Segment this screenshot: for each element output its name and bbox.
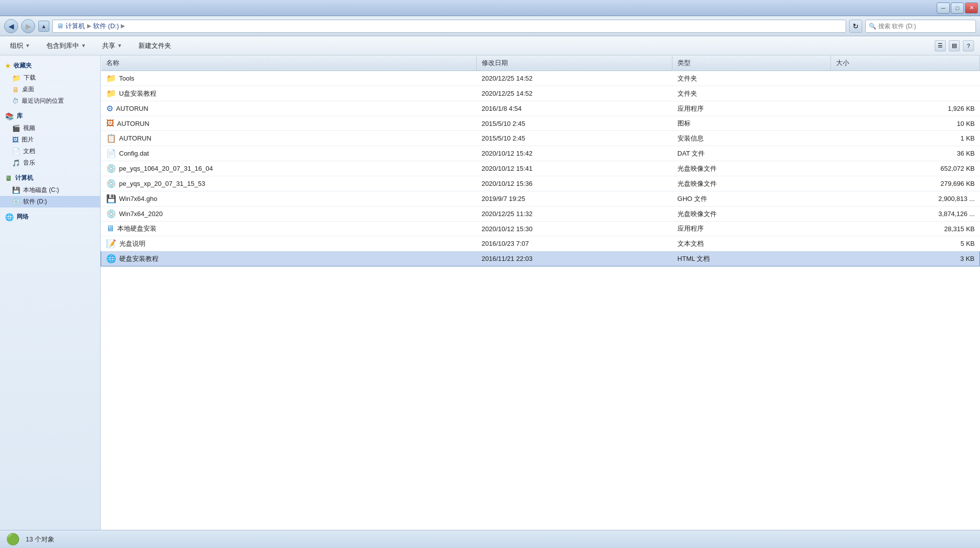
txt-icon: 📝 xyxy=(106,239,116,248)
table-row[interactable]: 💿 pe_yqs_xp_20_07_31_15_53 2020/10/12 15… xyxy=(101,176,980,191)
refresh-button[interactable]: ↻ xyxy=(849,20,862,33)
sidebar-drive-d-label: 软件 (D:) xyxy=(23,197,47,206)
sidebar-network-header[interactable]: 🌐 网络 xyxy=(0,211,100,223)
sidebar-item-download[interactable]: 📁 下载 xyxy=(0,72,100,84)
dat-icon: 📄 xyxy=(106,149,116,158)
folder-icon: 📁 xyxy=(106,74,116,83)
table-row[interactable]: 📄 Config.dat 2020/10/12 15:42 DAT 文件 36 … xyxy=(101,146,980,161)
file-size-cell: 3,874,126 ... xyxy=(831,207,979,222)
col-name[interactable]: 名称 xyxy=(101,55,477,71)
gho-icon: 💾 xyxy=(106,194,116,203)
statusbar: 🟢 13 个对象 xyxy=(0,530,980,548)
col-size[interactable]: 大小 xyxy=(831,55,979,71)
maximize-button[interactable]: □ xyxy=(951,3,964,14)
file-table: 名称 修改日期 类型 大小 📁 Tools 2020/12/25 14:52 文… xyxy=(101,55,980,266)
sidebar-item-music[interactable]: 🎵 音乐 xyxy=(0,157,100,169)
file-size-cell xyxy=(831,71,979,86)
app-icon: ⚙ xyxy=(106,104,113,113)
up-button[interactable]: ▲ xyxy=(38,21,49,32)
share-button[interactable]: 共享 ▼ xyxy=(98,39,126,52)
file-icon: ⚙ AUTORUN xyxy=(106,104,148,113)
file-modified-cell: 2016/10/23 7:07 xyxy=(477,236,672,251)
table-row[interactable]: 📁 U盘安装教程 2020/12/25 14:52 文件夹 xyxy=(101,86,980,101)
breadcrumb-sep1: ▶ xyxy=(87,23,91,29)
file-size-cell: 36 KB xyxy=(831,146,979,161)
folder-icon: 📁 xyxy=(106,89,116,98)
breadcrumb-computer[interactable]: 计算机 xyxy=(65,22,85,31)
file-type-cell: HTML 文档 xyxy=(672,251,831,266)
new-folder-button[interactable]: 新建文件夹 xyxy=(134,39,175,52)
main-area: ★ 收藏夹 📁 下载 🖥 桌面 ⏱ 最近访问的位置 📚 库 � xyxy=(0,55,980,530)
sidebar-network-section: 🌐 网络 xyxy=(0,211,100,223)
file-modified-cell: 2015/5/10 2:45 xyxy=(477,116,672,131)
sidebar-computer-section: 🖥 计算机 💾 本地磁盘 (C:) 💿 软件 (D:) xyxy=(0,172,100,208)
share-arrow: ▼ xyxy=(117,43,122,48)
sidebar-item-drive-c[interactable]: 💾 本地磁盘 (C:) xyxy=(0,184,100,196)
sidebar-item-desktop[interactable]: 🖥 桌面 xyxy=(0,84,100,95)
file-modified-cell: 2020/10/12 15:41 xyxy=(477,161,672,176)
organize-label: 组织 xyxy=(10,41,23,50)
col-modified[interactable]: 修改日期 xyxy=(477,55,672,71)
sidebar-favorites-section: ★ 收藏夹 📁 下载 🖥 桌面 ⏱ 最近访问的位置 xyxy=(0,59,100,107)
recent-icon: ⏱ xyxy=(12,97,19,105)
file-name-label: Tools xyxy=(119,75,134,82)
file-modified-cell: 2020/12/25 11:32 xyxy=(477,207,672,222)
table-row[interactable]: 💿 Win7x64_2020 2020/12/25 11:32 光盘映像文件 3… xyxy=(101,207,980,222)
sidebar-favorites-label: 收藏夹 xyxy=(14,61,32,70)
sidebar-item-image[interactable]: 🖼 图片 xyxy=(0,134,100,146)
file-name-cell: 📁 Tools xyxy=(101,71,477,86)
search-bar[interactable]: 🔍 xyxy=(865,20,976,33)
video-icon: 🎬 xyxy=(12,124,20,132)
sidebar-music-label: 音乐 xyxy=(23,159,35,167)
table-row[interactable]: 🖥 本地硬盘安装 2020/10/12 15:30 应用程序 28,315 KB xyxy=(101,222,980,236)
back-button[interactable]: ◀ xyxy=(4,19,18,33)
sidebar-item-drive-d[interactable]: 💿 软件 (D:) xyxy=(0,196,100,208)
include-library-button[interactable]: 包含到库中 ▼ xyxy=(42,39,90,52)
col-type[interactable]: 类型 xyxy=(672,55,831,71)
sidebar-library-label: 库 xyxy=(17,112,23,120)
sidebar-drive-c-label: 本地磁盘 (C:) xyxy=(23,186,59,194)
file-type-cell: DAT 文件 xyxy=(672,146,831,161)
file-icon: 💿 pe_yqs_1064_20_07_31_16_04 xyxy=(106,164,213,173)
file-name-label: Win7x64_2020 xyxy=(119,210,163,218)
file-modified-cell: 2019/9/7 19:25 xyxy=(477,191,672,207)
file-name-label: 光盘说明 xyxy=(119,239,145,248)
sidebar-desktop-label: 桌面 xyxy=(22,85,34,94)
table-row[interactable]: 📝 光盘说明 2016/10/23 7:07 文本文档 5 KB xyxy=(101,236,980,251)
table-row[interactable]: ⚙ AUTORUN 2016/1/8 4:54 应用程序 1,926 KB xyxy=(101,101,980,116)
table-row[interactable]: 📋 AUTORUN 2015/5/10 2:45 安装信息 1 KB xyxy=(101,131,980,146)
search-input[interactable] xyxy=(878,23,972,30)
file-size-cell xyxy=(831,86,979,101)
table-row[interactable]: 📁 Tools 2020/12/25 14:52 文件夹 xyxy=(101,71,980,86)
minimize-button[interactable]: ─ xyxy=(937,3,950,14)
file-name-label: Win7x64.gho xyxy=(119,195,158,202)
sidebar-item-document[interactable]: 📄 文档 xyxy=(0,146,100,157)
file-size-cell: 279,696 KB xyxy=(831,176,979,191)
breadcrumb-icon: 🖥 xyxy=(57,22,63,30)
file-name-cell: 🖼 AUTORUN xyxy=(101,116,477,131)
sidebar-item-recent[interactable]: ⏱ 最近访问的位置 xyxy=(0,95,100,107)
file-modified-cell: 2020/12/25 14:52 xyxy=(477,86,672,101)
folder-desktop-icon: 🖥 xyxy=(12,86,19,94)
file-name-cell: 📝 光盘说明 xyxy=(101,236,477,251)
setup-icon: 📋 xyxy=(106,133,116,143)
file-type-cell: 光盘映像文件 xyxy=(672,207,831,222)
network-icon: 🌐 xyxy=(5,213,14,221)
organize-button[interactable]: 组织 ▼ xyxy=(6,39,34,52)
table-row[interactable]: 🌐 硬盘安装教程 2016/11/21 22:03 HTML 文档 3 KB xyxy=(101,251,980,266)
forward-button[interactable]: ▶ xyxy=(21,19,35,33)
view-details-button[interactable]: ▤ xyxy=(949,40,960,51)
table-row[interactable]: 💾 Win7x64.gho 2019/9/7 19:25 GHO 文件 2,90… xyxy=(101,191,980,207)
sidebar-item-video[interactable]: 🎬 视频 xyxy=(0,122,100,134)
file-type-cell: 图标 xyxy=(672,116,831,131)
table-row[interactable]: 🖼 AUTORUN 2015/5/10 2:45 图标 10 KB xyxy=(101,116,980,131)
close-button[interactable]: ✕ xyxy=(965,3,978,14)
organize-arrow: ▼ xyxy=(25,43,30,48)
sidebar-favorites-header[interactable]: ★ 收藏夹 xyxy=(0,59,100,72)
sidebar-computer-header[interactable]: 🖥 计算机 xyxy=(0,172,100,184)
file-type-cell: 文件夹 xyxy=(672,86,831,101)
help-button[interactable]: ? xyxy=(963,40,974,51)
view-toggle-button[interactable]: ☰ xyxy=(935,40,946,51)
sidebar-library-header[interactable]: 📚 库 xyxy=(0,110,100,122)
table-row[interactable]: 💿 pe_yqs_1064_20_07_31_16_04 2020/10/12 … xyxy=(101,161,980,176)
